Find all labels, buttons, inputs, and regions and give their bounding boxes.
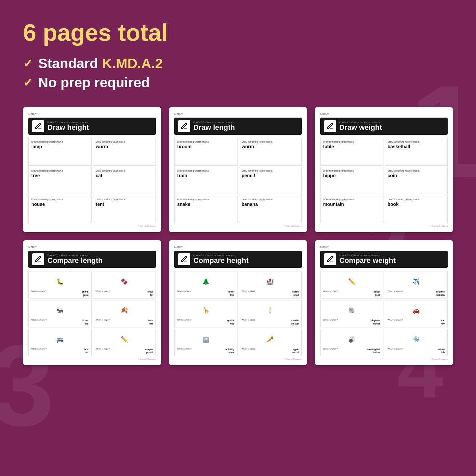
draw-cell-prompt: Draw something shorter than a <box>177 198 235 201</box>
compare-icon-right: 🏰 <box>266 279 274 285</box>
compare-icon-right: 🐳 <box>412 336 420 342</box>
ws-header: K.MD.A.2 Compare measurementsDraw height <box>28 118 156 135</box>
compare-cell-bottom: Which is longer?tack leaf <box>96 319 153 325</box>
draw-cell-prompt: Draw something lighter than a <box>323 169 380 172</box>
worksheet-card-draw-weight: Name: K.MD.A.2 Compare measurementsDraw … <box>315 107 453 232</box>
compare-icon-left: 🐛 <box>56 279 64 285</box>
ws-worksheet-title: Draw weight <box>339 124 382 131</box>
draw-cell: Draw something lighter than atable <box>320 138 383 165</box>
ws-footer: © Teacher Resource <box>174 358 302 360</box>
draw-cell-word: worm <box>242 144 299 149</box>
draw-cell-prompt: Draw something heavier than a <box>388 169 445 172</box>
compare-answers: car key <box>441 319 445 325</box>
ws-worksheet-title: Draw length <box>193 124 235 131</box>
worksheet-card-compare-length: Name: K.MD.A.2 Compare measurementsCompa… <box>23 240 161 365</box>
compare-question: Which is shorter? <box>31 319 46 322</box>
compare-icon-left: 🏢 <box>202 336 210 342</box>
draw-cell: Draw something longer than abanana <box>239 196 302 223</box>
compare-cell-image: 🐜 <box>31 302 89 319</box>
compare-icon-left: ✏️ <box>348 279 355 285</box>
compare-cell-bottom: Which is shorter?snake garot <box>31 290 89 297</box>
worksheet-card-draw-length: Name: K.MD.A.2 Compare measurementsDraw … <box>169 107 307 232</box>
compare-cell-image: 🐳 <box>388 331 445 348</box>
draw-cell: Draw something heavier than abook <box>385 196 448 223</box>
worksheet-card-draw-height: Name: K.MD.A.2 Compare measurementsDraw … <box>23 107 161 232</box>
draw-cell-prompt: Draw something heavier than a <box>388 140 445 143</box>
pencil-icon <box>32 253 44 265</box>
compare-answers: bowling ball feather <box>367 348 380 354</box>
draw-cell-prompt: Draw something lighter than a <box>323 198 380 201</box>
draw-cell-word: cat <box>96 173 153 178</box>
ws-name-line: Name: <box>174 112 302 116</box>
ws-header-text-block: K.MD.A.2 Compare measurementsCompare wei… <box>339 254 396 265</box>
ws-worksheet-title: Compare length <box>47 257 102 265</box>
compare-cell: 🚌Which is shorter?bus car <box>28 329 92 356</box>
compare-icon-right: ✈️ <box>412 279 420 285</box>
standard-code: K.MD.A.2 <box>102 56 163 71</box>
pencil-icon <box>178 120 190 132</box>
compare-answers: crayon pencil <box>145 348 153 354</box>
ws-name-line: Name: <box>174 245 302 249</box>
features-list: ✓ Standard K.MD.A.2 ✓ No prep required <box>23 56 453 91</box>
draw-cell-prompt: Draw something taller than a <box>96 169 153 172</box>
compare-cell-image: 🏰 <box>242 273 299 290</box>
compare-cell-bottom: Which is heavier?whale fish <box>388 348 445 354</box>
compare-cell-image: ✏️ <box>323 273 380 290</box>
draw-cell-word: train <box>177 173 235 178</box>
compare-cell: 🏢Which is shorter?building house <box>174 329 238 356</box>
compare-cell-image: 🎳 <box>323 331 380 348</box>
draw-cell: Draw something shorter than atrain <box>174 167 238 194</box>
compare-answers: snake garot <box>82 290 89 297</box>
compare-cell: 🦒Which is shorter?giraffe dog <box>174 300 238 327</box>
ws-footer-text: © Teacher Resource <box>284 225 302 227</box>
compare-cell-image: 🥕 <box>242 331 299 348</box>
compare-cell: 🍫Which is longer?snap tie <box>93 271 156 298</box>
draw-cell-prompt: Draw something shorter than a <box>31 140 89 143</box>
draw-cell-prompt: Draw something shorter than a <box>177 169 235 172</box>
compare-icon-left: 🌲 <box>202 279 210 285</box>
compare-question: Which is lighter? <box>323 319 338 322</box>
compare-icon-left: 🐘 <box>348 307 355 313</box>
compare-cell: 🐳Which is heavier?whale fish <box>385 329 448 356</box>
draw-cell: Draw something longer than aworm <box>239 138 302 165</box>
draw-cell-word: tent <box>96 202 153 207</box>
compare-cell-bottom: Which is longer?crayon pencil <box>96 348 153 354</box>
ws-header-text-block: K.MD.A.2 Compare measurementsDraw height <box>47 121 89 131</box>
draw-cell: Draw something longer than apencil <box>239 167 302 194</box>
pencil-icon <box>324 253 336 265</box>
compare-cell-bottom: Which is heavier?car key <box>388 319 445 325</box>
draw-cell-prompt: Draw something longer than a <box>242 198 299 201</box>
ws-footer-text: © Teacher Resource <box>430 225 448 227</box>
ws-name-line: Name: <box>28 245 156 249</box>
draw-cell-word: basketball <box>388 144 445 149</box>
checkmark-icon-1: ✓ <box>23 57 33 70</box>
compare-cell-image: ✈️ <box>388 273 445 290</box>
draw-cell-word: table <box>323 144 380 149</box>
compare-cell-image: 🐛 <box>31 273 89 290</box>
draw-cell: Draw something lighter than amountain <box>320 196 383 223</box>
ws-name-line: Name: <box>320 112 448 116</box>
ws-footer: © Teacher Resource <box>320 225 448 227</box>
ws-footer-text: © Teacher Resource <box>138 225 156 227</box>
compare-cell-bottom: Which is lighter?pencil book <box>323 290 380 297</box>
ws-footer: © Teacher Resource <box>174 225 302 227</box>
compare-cell: 🐘Which is lighter?elephant mouse <box>320 300 383 327</box>
compare-cell: 🌲Which is shorter?flower tree <box>174 271 238 298</box>
compare-answers: bus car <box>84 348 88 354</box>
draw-cell: Draw something taller than aworm <box>93 138 156 165</box>
ws-footer-text: © Teacher Resource <box>284 358 302 360</box>
compare-answers: whale fish <box>438 348 445 354</box>
ws-header-text-block: K.MD.A.2 Compare measurementsDraw weight <box>339 121 382 131</box>
feature-label-no-prep: No prep required <box>38 75 150 91</box>
ws-header-text-block: K.MD.A.2 Compare measurementsCompare hei… <box>193 254 248 265</box>
compare-question: Which is shorter? <box>31 348 46 350</box>
main-container: 6 pages total ✓ Standard K.MD.A.2 ✓ No p… <box>0 0 476 385</box>
ws-header-text-block: K.MD.A.2 Compare measurementsDraw length <box>193 121 235 131</box>
compare-cell-bottom: Which is shorter?flower tree <box>177 290 235 297</box>
draw-cell-word: house <box>31 202 89 207</box>
compare-question: Which is taller? <box>242 348 255 350</box>
compare-cell-bottom: Which is taller?castle shed <box>242 290 299 297</box>
compare-question: Which is shorter? <box>177 319 192 322</box>
ws-name-line: Name: <box>320 245 448 249</box>
compare-question: Which is taller? <box>242 319 255 322</box>
